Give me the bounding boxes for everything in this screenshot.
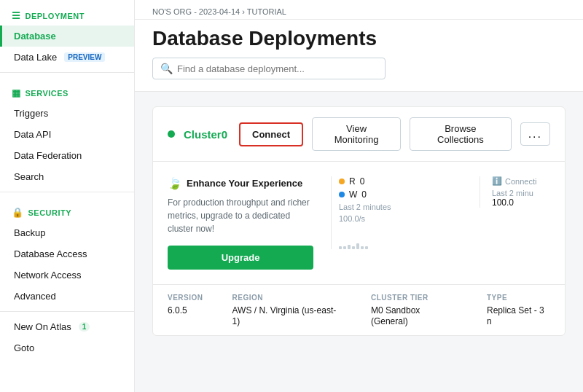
version-label: VERSION xyxy=(168,294,203,302)
bar-3 xyxy=(348,245,351,249)
version-col: VERSION 6.0.5 xyxy=(168,294,203,326)
cluster-status-dot xyxy=(168,130,175,138)
metrics-rate: 100.0/s xyxy=(339,214,462,223)
bar-5 xyxy=(356,243,359,249)
type-value: Replica Set - 3 n xyxy=(487,305,544,326)
metrics-graph xyxy=(339,226,462,249)
write-metric-row: W 0 xyxy=(339,189,462,200)
connection-value: 100.0 xyxy=(492,197,566,208)
sidebar-item-search[interactable]: Search xyxy=(0,166,134,187)
sidebar-item-database-access[interactable]: Database Access xyxy=(0,243,134,264)
sidebar: ☰ DEPLOYMENT Database Data Lake PREVIEW … xyxy=(0,0,135,392)
leaf-icon: 🍃 xyxy=(168,176,182,190)
lock-icon: 🔒 xyxy=(12,207,24,218)
more-options-button[interactable]: ... xyxy=(520,122,550,146)
metrics-last-minutes: Last 2 minutes xyxy=(339,203,462,211)
search-bar: 🔍 xyxy=(152,58,386,79)
read-label: R xyxy=(349,176,356,187)
tier-col: CLUSTER TIER M0 Sandbox (General) xyxy=(371,294,458,326)
cluster-body: 🍃 Enhance Your Experience For production… xyxy=(153,162,565,284)
deployment-icon: ☰ xyxy=(12,10,21,21)
sidebar-section-security: 🔒 SECURITY xyxy=(0,197,134,222)
region-col: REGION AWS / N. Virginia (us-east-1) xyxy=(232,294,342,326)
sidebar-item-backup[interactable]: Backup xyxy=(0,222,134,243)
sidebar-item-goto[interactable]: Goto xyxy=(0,337,134,358)
divider-1 xyxy=(0,72,134,73)
read-value: 0 xyxy=(360,176,365,187)
enhance-title: 🍃 Enhance Your Experience xyxy=(168,176,313,190)
cluster-card: Cluster0 Connect View Monitoring Browse … xyxy=(152,106,566,336)
bar-6 xyxy=(361,246,364,249)
read-metric-row: R 0 xyxy=(339,176,462,187)
cluster-name: Cluster0 xyxy=(184,128,227,141)
connection-last-minutes: Last 2 minu xyxy=(492,189,566,197)
card-area: Cluster0 Connect View Monitoring Browse … xyxy=(135,92,583,392)
view-monitoring-button[interactable]: View Monitoring xyxy=(312,117,401,151)
sidebar-item-network-access[interactable]: Network Access xyxy=(0,264,134,286)
services-icon: ▦ xyxy=(12,87,21,98)
metrics-section: R 0 W 0 Last 2 minutes 100.0/s xyxy=(331,176,462,249)
sidebar-item-data-api[interactable]: Data API xyxy=(0,124,134,145)
version-value: 6.0.5 xyxy=(168,305,187,315)
sidebar-item-database[interactable]: Database xyxy=(0,26,134,47)
page-header: Database Deployments 🔍 xyxy=(135,20,583,92)
breadcrumb: NO'S ORG - 2023-04-14 › TUTORIAL xyxy=(135,0,583,20)
breadcrumb-date: - xyxy=(194,7,199,16)
sidebar-item-datalake[interactable]: Data Lake PREVIEW xyxy=(0,47,134,68)
bar-7 xyxy=(365,246,368,249)
read-dot xyxy=(339,179,345,184)
sidebar-item-triggers[interactable]: Triggers xyxy=(0,103,134,124)
sidebar-item-new-on-atlas[interactable]: New On Atlas 1 xyxy=(0,316,134,337)
bar-2 xyxy=(343,246,346,249)
connection-info-section: ℹ️ Connecti Last 2 minu 100.0 xyxy=(480,176,566,208)
divider-3 xyxy=(0,311,134,312)
bar-1 xyxy=(339,246,342,249)
page-title: Database Deployments xyxy=(152,27,566,50)
browse-collections-button[interactable]: Browse Collections xyxy=(410,117,512,151)
sidebar-item-advanced[interactable]: Advanced xyxy=(0,286,134,307)
write-label: W xyxy=(349,189,357,200)
region-label: REGION xyxy=(232,294,342,302)
divider-2 xyxy=(0,192,134,192)
info-icon: ℹ️ xyxy=(492,176,502,186)
bar-4 xyxy=(352,246,355,249)
upgrade-button[interactable]: Upgrade xyxy=(168,246,313,270)
tier-value: M0 Sandbox (General) xyxy=(371,305,420,326)
write-value: 0 xyxy=(361,189,367,200)
sidebar-section-deployment: ☰ DEPLOYMENT xyxy=(0,0,134,26)
cluster-header: Cluster0 Connect View Monitoring Browse … xyxy=(153,107,565,162)
type-label: TYPE xyxy=(487,294,550,302)
search-input[interactable] xyxy=(177,63,377,74)
main-content: NO'S ORG - 2023-04-14 › TUTORIAL Databas… xyxy=(135,0,583,392)
connection-info-title: ℹ️ Connecti xyxy=(492,176,566,186)
sidebar-section-services: ▦ SERVICES xyxy=(0,77,134,103)
write-dot xyxy=(339,192,345,197)
tier-label: CLUSTER TIER xyxy=(371,294,458,302)
enhance-section: 🍃 Enhance Your Experience For production… xyxy=(168,176,313,270)
search-icon: 🔍 xyxy=(160,63,173,74)
connect-button[interactable]: Connect xyxy=(239,122,303,146)
preview-badge: PREVIEW xyxy=(64,52,105,62)
sidebar-item-data-federation[interactable]: Data Federation xyxy=(0,145,134,166)
region-value: AWS / N. Virginia (us-east-1) xyxy=(232,305,337,326)
enhance-description: For production throughput and richer met… xyxy=(168,196,313,235)
new-on-atlas-badge: 1 xyxy=(79,322,90,332)
type-col: TYPE Replica Set - 3 n xyxy=(487,294,550,326)
cluster-footer: VERSION 6.0.5 REGION AWS / N. Virginia (… xyxy=(153,284,565,335)
